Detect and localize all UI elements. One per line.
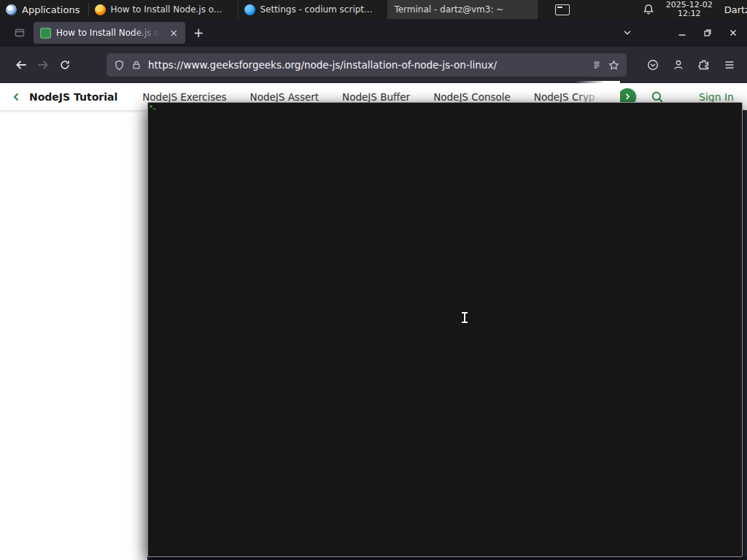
desktop: Applications How to Install Node.js o...… bbox=[0, 0, 747, 560]
gfg-favicon bbox=[40, 28, 51, 39]
mouse-ibeam-cursor bbox=[461, 312, 468, 324]
panel-status-area: 2025-12-02 12:12 Dartz bbox=[555, 0, 747, 19]
taskbar-window-title: Settings - codium script... bbox=[260, 4, 372, 15]
window-icon bbox=[95, 4, 106, 15]
distro-logo-icon bbox=[6, 4, 17, 15]
taskbar-window-button[interactable]: Terminal - dartz@vm3: ~ bbox=[388, 0, 538, 19]
taskbar-window-title: How to Install Node.js o... bbox=[110, 4, 222, 15]
applications-label: Applications bbox=[22, 4, 80, 15]
window-close-button[interactable] bbox=[724, 23, 743, 42]
notifications-bell-icon[interactable] bbox=[643, 4, 654, 15]
firefox-view-icon[interactable] bbox=[10, 23, 29, 42]
window-controls bbox=[622, 19, 743, 47]
window-icon bbox=[244, 4, 255, 15]
tray-terminal-icon[interactable] bbox=[555, 4, 570, 15]
site-nav-links: NodeJS ExercisesNodeJS AssertNodeJS Buff… bbox=[142, 91, 595, 103]
forward-icon[interactable] bbox=[32, 54, 54, 76]
taskbar-window-button[interactable]: How to Install Node.js o... bbox=[89, 0, 239, 19]
taskbar-window-button[interactable]: Settings - codium script... bbox=[239, 0, 388, 19]
site-nav-link[interactable]: NodeJS Crypto bbox=[534, 91, 595, 103]
url-bar[interactable]: https://www.geeksforgeeks.org/node-js/in… bbox=[107, 53, 627, 77]
navigation-toolbar: https://www.geeksforgeeks.org/node-js/in… bbox=[0, 47, 747, 83]
sign-in-button[interactable]: Sign In bbox=[699, 91, 734, 103]
back-icon[interactable] bbox=[10, 54, 32, 76]
site-nav-link[interactable]: NodeJS Buffer bbox=[342, 91, 410, 103]
site-nav-link[interactable]: NodeJS Assert bbox=[250, 91, 320, 103]
window-minimize-button[interactable] bbox=[673, 23, 692, 42]
applications-menu[interactable]: Applications bbox=[0, 0, 88, 19]
new-tab-button[interactable]: + bbox=[188, 23, 209, 43]
tab-strip: How to Install Node.js on × + bbox=[0, 19, 747, 47]
account-icon[interactable] bbox=[673, 59, 684, 71]
panel-clock[interactable]: 2025-12-02 12:12 bbox=[666, 1, 713, 18]
tab-title: How to Install Node.js on bbox=[56, 28, 161, 38]
browser-tab[interactable]: How to Install Node.js on × bbox=[34, 22, 185, 44]
nodejs-tutorial-link[interactable]: NodeJS Tutorial bbox=[29, 91, 117, 103]
session-user-label[interactable]: Dartz bbox=[724, 4, 747, 15]
lock-icon[interactable] bbox=[131, 60, 142, 70]
clock-time: 12:12 bbox=[666, 9, 713, 18]
taskbar-window-title: Terminal - dartz@vm3: ~ bbox=[394, 4, 503, 15]
site-nav-link[interactable]: NodeJS Exercises bbox=[142, 91, 226, 103]
top-panel: Applications How to Install Node.js o...… bbox=[0, 0, 747, 19]
tab-close-icon[interactable]: × bbox=[166, 26, 181, 40]
reload-icon[interactable] bbox=[54, 54, 76, 76]
extensions-puzzle-icon[interactable] bbox=[698, 59, 710, 71]
tracking-shield-icon[interactable] bbox=[114, 60, 125, 71]
nav-scroll-left-chevron-icon[interactable] bbox=[10, 91, 22, 103]
toolbar-action-icons bbox=[647, 59, 735, 71]
site-nav-link[interactable]: NodeJS Console bbox=[433, 91, 511, 103]
pocket-icon[interactable] bbox=[647, 59, 659, 71]
desktop-edge bbox=[743, 110, 747, 557]
reader-view-icon[interactable] bbox=[592, 60, 602, 70]
bookmark-star-icon[interactable] bbox=[608, 60, 619, 71]
menu-hamburger-icon[interactable] bbox=[724, 59, 735, 71]
url-text: https://www.geeksforgeeks.org/node-js/in… bbox=[148, 59, 585, 71]
search-icon[interactable] bbox=[651, 90, 664, 104]
window-restore-button[interactable] bbox=[698, 23, 717, 42]
list-all-tabs-chevron-icon[interactable] bbox=[622, 28, 632, 38]
